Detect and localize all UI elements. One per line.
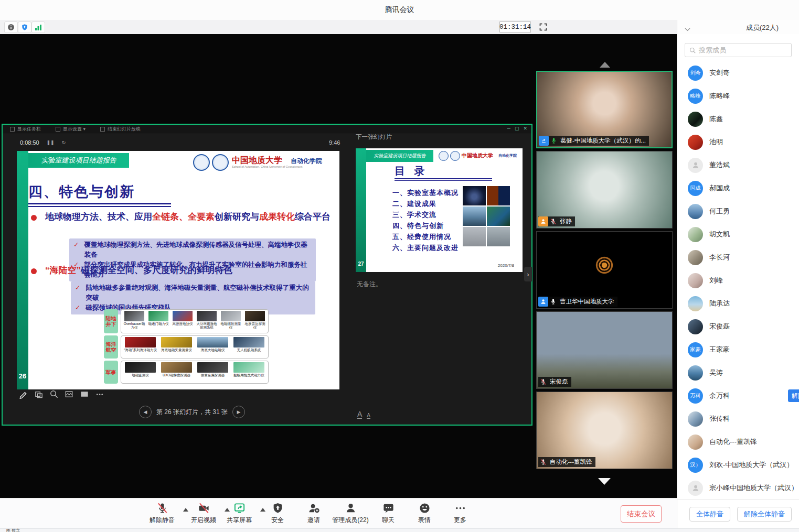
video-thumbnail[interactable]: 宋俊磊 bbox=[536, 311, 673, 389]
pause-icon[interactable]: ❚❚ bbox=[47, 140, 55, 145]
mute-all-button[interactable]: 全体静音 bbox=[689, 507, 730, 522]
zoom-icon[interactable] bbox=[49, 389, 59, 399]
member-row[interactable]: 陈鑫 bbox=[677, 107, 799, 131]
annotation-toolbar bbox=[19, 389, 104, 399]
network-signal-icon[interactable] bbox=[31, 21, 45, 33]
video-thumbnails: 葛健-中国地质大学（武汉）的...张静曹卫华中国地质大学宋俊磊自动化---董凯锋 bbox=[536, 71, 674, 532]
member-name: 自动化---董凯锋 bbox=[709, 437, 757, 447]
thumbnails-scroll-down[interactable] bbox=[598, 478, 611, 485]
member-row[interactable]: 刘峰 bbox=[677, 269, 799, 292]
equipment-item: UXO磁梯度探测器 bbox=[159, 362, 194, 382]
video-thumbnail[interactable]: 张静 bbox=[536, 151, 673, 229]
toolbar-label: 聊天 bbox=[382, 516, 395, 525]
toc-image bbox=[487, 227, 510, 246]
toc-image bbox=[487, 207, 510, 226]
member-name: 王家豪 bbox=[709, 345, 730, 354]
toc-item: 六、主要问题及改进 bbox=[392, 242, 459, 253]
member-row[interactable]: 剑奇安剑奇 bbox=[677, 61, 799, 84]
equipment-caption: 海底大地电磁仪 bbox=[201, 348, 225, 352]
equipment-caption: 大功率频激电探测系统 bbox=[196, 322, 218, 329]
member-avatar bbox=[688, 227, 703, 242]
member-row[interactable]: 自动化---董凯锋 bbox=[677, 430, 799, 453]
member-row[interactable]: 陆承达 bbox=[677, 292, 799, 315]
presenter-menu-item[interactable]: 显示任务栏 bbox=[10, 126, 41, 133]
black-screen-icon[interactable] bbox=[80, 389, 89, 399]
presenter-menu-item[interactable]: 结束幻灯片放映 bbox=[100, 126, 141, 133]
more-tools-icon[interactable] bbox=[95, 389, 104, 399]
font-size-button[interactable]: A bbox=[367, 412, 370, 419]
equipment-item: 大功率频激电探测系统 bbox=[196, 311, 218, 332]
slide-text-segment: “海陆空” bbox=[45, 265, 81, 275]
member-row[interactable]: 略峰陈略峰 bbox=[677, 84, 799, 107]
member-name: 刘欢-中国地质大学（武汉） bbox=[709, 460, 793, 470]
slide-left-bar bbox=[17, 151, 28, 389]
equipment-caption: 舰船用拖曳式磁力仪 bbox=[233, 373, 264, 377]
unmute-all-button[interactable]: 解除全体静音 bbox=[737, 507, 792, 522]
collapse-panel-chevron-icon[interactable] bbox=[685, 24, 690, 34]
equipment-caption: 地磁监测仪 bbox=[132, 373, 149, 377]
toc-item: 一、实验室基本概况 bbox=[392, 187, 459, 198]
previous-slide-button[interactable]: ◀ bbox=[139, 406, 152, 418]
member-row[interactable]: 家豪王家豪 bbox=[677, 338, 799, 361]
member-row[interactable]: 吴涛 bbox=[677, 361, 799, 384]
member-avatar bbox=[688, 296, 703, 311]
member-row[interactable]: 胡文凯 bbox=[677, 223, 799, 246]
equipment-caption: “海磁”系列海洋磁力仪 bbox=[124, 348, 157, 352]
equipment-item: 高密度电法仪 bbox=[172, 311, 194, 332]
next-slide-button[interactable]: ▶ bbox=[232, 406, 245, 418]
member-name: 郝国成 bbox=[709, 183, 730, 193]
security-shield-icon[interactable] bbox=[18, 21, 31, 33]
toolbar-more[interactable]: 更多 bbox=[438, 501, 482, 525]
video-thumbnail[interactable]: 曹卫华中国地质大学 bbox=[536, 231, 673, 309]
presenter-menu-item[interactable]: 显示设置 ▾ bbox=[56, 126, 86, 133]
panel-expand-chevron[interactable]: › bbox=[524, 267, 532, 281]
member-avatar bbox=[688, 365, 703, 381]
tencent-meeting-window: 腾讯会议 01:31:14 显示任务栏显示设置 ▾结束幻灯 bbox=[0, 0, 799, 532]
thumbnail-label: 葛健-中国地质大学（武汉）的... bbox=[539, 136, 649, 146]
member-row[interactable]: 李长河 bbox=[677, 246, 799, 269]
window-controls[interactable]: ─▢✕ bbox=[507, 126, 527, 131]
equipment-photo bbox=[245, 311, 265, 321]
equipment-caption: UXO磁梯度探测器 bbox=[163, 373, 190, 377]
equipment-item: 海底地磁矢量测量仪 bbox=[159, 337, 194, 357]
member-row[interactable]: 汉）刘欢-中国地质大学（武汉） bbox=[677, 453, 799, 476]
member-name: 吴涛 bbox=[709, 368, 723, 377]
toolbar-share-green[interactable]: 共享屏幕 bbox=[217, 501, 261, 525]
equipment-caption: 无人机航磁系统 bbox=[237, 348, 261, 352]
member-row[interactable]: 张传科 bbox=[677, 407, 799, 430]
member-name: 陈略峰 bbox=[709, 91, 730, 101]
member-row[interactable]: 池明 bbox=[677, 131, 799, 154]
search-members-input[interactable]: 搜索成员 bbox=[685, 43, 792, 57]
emoji-icon bbox=[419, 501, 431, 514]
member-row[interactable]: 宋俊磊 bbox=[677, 315, 799, 338]
pen-icon[interactable] bbox=[19, 389, 28, 399]
member-row[interactable]: 何王勇 bbox=[677, 200, 799, 223]
fullscreen-icon[interactable] bbox=[538, 22, 548, 31]
slide-view-icon[interactable] bbox=[65, 389, 74, 399]
restart-icon[interactable]: ↻ bbox=[62, 140, 66, 145]
status-bar: 01:31:14 bbox=[0, 20, 677, 35]
member-name: 陈鑫 bbox=[709, 114, 723, 124]
font-size-button[interactable]: A bbox=[357, 410, 362, 419]
video-thumbnail[interactable]: 葛健-中国地质大学（武汉）的... bbox=[536, 71, 673, 148]
meeting-info-icon[interactable] bbox=[4, 21, 18, 33]
member-row[interactable]: 宗小峰中国地质大学（武汉） bbox=[677, 476, 799, 500]
notes-font-size-controls[interactable]: AA bbox=[357, 410, 370, 419]
more-icon bbox=[454, 501, 466, 514]
video-thumbnail[interactable]: 自动化---董凯锋 bbox=[536, 392, 673, 469]
end-meeting-button[interactable]: 结束会议 bbox=[621, 505, 662, 523]
slide-text-segment: 全链条、全要素 bbox=[152, 212, 215, 222]
os-taskbar-sliver: 图 数字 bbox=[0, 528, 799, 532]
thumbnail-name: 宋俊磊 bbox=[550, 378, 568, 386]
school-name: 自动化学院 bbox=[291, 157, 322, 166]
member-row[interactable]: 国成郝国成 bbox=[677, 177, 799, 200]
toc-image-grid bbox=[463, 186, 511, 246]
thumbnails-scroll-up[interactable] bbox=[600, 62, 610, 68]
unmute-member-button[interactable]: 解除 bbox=[788, 389, 799, 402]
laser-icon[interactable] bbox=[34, 389, 44, 399]
toolbar-mic-muted[interactable]: 解除静音 bbox=[140, 501, 184, 525]
thumbnail-name: 曹卫华中国地质大学 bbox=[560, 298, 614, 306]
member-row[interactable]: 董浩斌 bbox=[677, 154, 799, 177]
member-row[interactable]: 万科余万科解除 bbox=[677, 384, 799, 407]
equipment-photo bbox=[161, 337, 193, 348]
